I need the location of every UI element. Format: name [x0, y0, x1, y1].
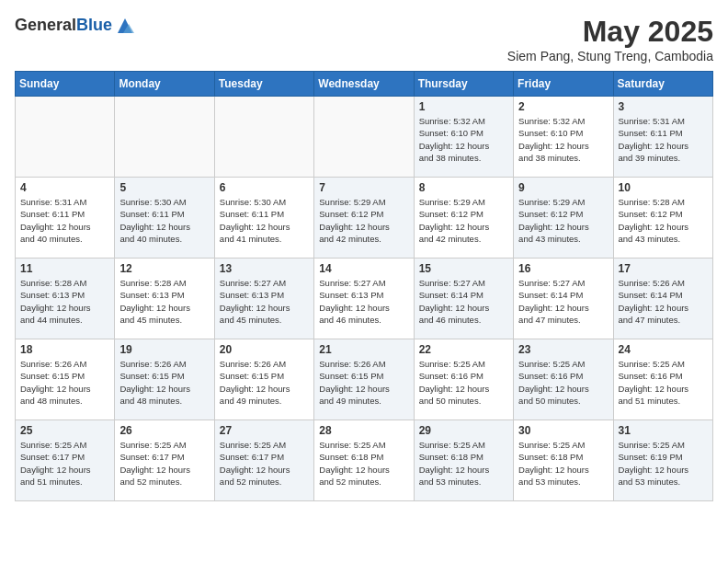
day-number: 29 — [419, 424, 508, 437]
day-info: Sunrise: 5:25 AM Sunset: 6:17 PM Dayligh… — [119, 439, 209, 488]
location-subtitle: Siem Pang, Stung Treng, Cambodia — [507, 49, 713, 63]
calendar-cell: 7Sunrise: 5:29 AM Sunset: 6:12 PM Daylig… — [314, 178, 414, 259]
calendar-cell: 27Sunrise: 5:25 AM Sunset: 6:17 PM Dayli… — [214, 420, 313, 501]
day-info: Sunrise: 5:25 AM Sunset: 6:19 PM Dayligh… — [619, 439, 708, 488]
day-number: 5 — [119, 181, 209, 194]
column-header-sunday: Sunday — [16, 72, 115, 97]
column-header-saturday: Saturday — [613, 72, 712, 97]
day-number: 8 — [419, 181, 508, 194]
day-info: Sunrise: 5:25 AM Sunset: 6:16 PM Dayligh… — [419, 358, 508, 407]
day-number: 11 — [20, 262, 109, 275]
day-info: Sunrise: 5:25 AM Sunset: 6:18 PM Dayligh… — [518, 439, 608, 488]
day-info: Sunrise: 5:29 AM Sunset: 6:12 PM Dayligh… — [319, 196, 408, 245]
calendar-cell: 22Sunrise: 5:25 AM Sunset: 6:16 PM Dayli… — [414, 339, 513, 420]
calendar-cell: 11Sunrise: 5:28 AM Sunset: 6:13 PM Dayli… — [16, 259, 115, 339]
day-number: 31 — [619, 424, 708, 437]
calendar-cell: 16Sunrise: 5:27 AM Sunset: 6:14 PM Dayli… — [514, 259, 613, 339]
calendar-cell: 10Sunrise: 5:28 AM Sunset: 6:12 PM Dayli… — [613, 178, 712, 259]
title-block: May 2025 Siem Pang, Stung Treng, Cambodi… — [507, 15, 713, 63]
day-info: Sunrise: 5:25 AM Sunset: 6:16 PM Dayligh… — [619, 358, 708, 407]
day-info: Sunrise: 5:27 AM Sunset: 6:13 PM Dayligh… — [220, 277, 309, 326]
day-info: Sunrise: 5:31 AM Sunset: 6:11 PM Dayligh… — [619, 115, 708, 164]
day-info: Sunrise: 5:26 AM Sunset: 6:15 PM Dayligh… — [20, 358, 109, 407]
day-number: 14 — [319, 262, 408, 275]
calendar-cell: 4Sunrise: 5:31 AM Sunset: 6:11 PM Daylig… — [16, 178, 115, 259]
calendar-cell: 31Sunrise: 5:25 AM Sunset: 6:19 PM Dayli… — [613, 420, 712, 501]
calendar-cell — [16, 97, 115, 178]
day-info: Sunrise: 5:25 AM Sunset: 6:17 PM Dayligh… — [20, 439, 109, 488]
day-info: Sunrise: 5:32 AM Sunset: 6:10 PM Dayligh… — [419, 115, 508, 164]
day-number: 3 — [619, 100, 708, 113]
day-info: Sunrise: 5:25 AM Sunset: 6:17 PM Dayligh… — [220, 439, 309, 488]
day-info: Sunrise: 5:28 AM Sunset: 6:13 PM Dayligh… — [20, 277, 109, 326]
calendar-cell: 21Sunrise: 5:26 AM Sunset: 6:15 PM Dayli… — [314, 339, 414, 420]
day-number: 22 — [419, 343, 508, 356]
day-number: 10 — [619, 181, 708, 194]
day-number: 13 — [220, 262, 309, 275]
day-number: 26 — [119, 424, 209, 437]
day-number: 18 — [20, 343, 109, 356]
day-number: 2 — [518, 100, 608, 113]
calendar-cell: 23Sunrise: 5:25 AM Sunset: 6:16 PM Dayli… — [514, 339, 613, 420]
week-row-5: 25Sunrise: 5:25 AM Sunset: 6:17 PM Dayli… — [16, 420, 713, 501]
calendar-cell: 20Sunrise: 5:26 AM Sunset: 6:15 PM Dayli… — [214, 339, 313, 420]
day-number: 24 — [619, 343, 708, 356]
calendar-cell: 1Sunrise: 5:32 AM Sunset: 6:10 PM Daylig… — [414, 97, 513, 178]
calendar-cell: 3Sunrise: 5:31 AM Sunset: 6:11 PM Daylig… — [613, 97, 712, 178]
calendar-cell — [214, 97, 313, 178]
calendar-cell: 12Sunrise: 5:28 AM Sunset: 6:13 PM Dayli… — [115, 259, 214, 339]
month-title: May 2025 — [507, 15, 713, 49]
day-info: Sunrise: 5:32 AM Sunset: 6:10 PM Dayligh… — [518, 115, 608, 164]
day-info: Sunrise: 5:30 AM Sunset: 6:11 PM Dayligh… — [220, 196, 309, 245]
calendar-cell: 25Sunrise: 5:25 AM Sunset: 6:17 PM Dayli… — [16, 420, 115, 501]
logo-text: GeneralBlue — [15, 16, 112, 36]
calendar-cell: 13Sunrise: 5:27 AM Sunset: 6:13 PM Dayli… — [214, 259, 313, 339]
day-info: Sunrise: 5:29 AM Sunset: 6:12 PM Dayligh… — [518, 196, 608, 245]
calendar-cell: 6Sunrise: 5:30 AM Sunset: 6:11 PM Daylig… — [214, 178, 313, 259]
day-number: 19 — [119, 343, 209, 356]
day-info: Sunrise: 5:30 AM Sunset: 6:11 PM Dayligh… — [119, 196, 209, 245]
day-number: 30 — [518, 424, 608, 437]
calendar-cell: 29Sunrise: 5:25 AM Sunset: 6:18 PM Dayli… — [414, 420, 513, 501]
calendar-cell — [314, 97, 414, 178]
day-number: 17 — [619, 262, 708, 275]
day-info: Sunrise: 5:27 AM Sunset: 6:14 PM Dayligh… — [419, 277, 508, 326]
day-info: Sunrise: 5:26 AM Sunset: 6:15 PM Dayligh… — [319, 358, 408, 407]
day-info: Sunrise: 5:25 AM Sunset: 6:16 PM Dayligh… — [518, 358, 608, 407]
day-info: Sunrise: 5:28 AM Sunset: 6:12 PM Dayligh… — [619, 196, 708, 245]
day-number: 28 — [319, 424, 408, 437]
week-row-3: 11Sunrise: 5:28 AM Sunset: 6:13 PM Dayli… — [16, 259, 713, 339]
day-info: Sunrise: 5:26 AM Sunset: 6:14 PM Dayligh… — [619, 277, 708, 326]
column-header-thursday: Thursday — [414, 72, 513, 97]
calendar-cell: 18Sunrise: 5:26 AM Sunset: 6:15 PM Dayli… — [16, 339, 115, 420]
day-number: 1 — [419, 100, 508, 113]
day-number: 16 — [518, 262, 608, 275]
calendar-cell: 14Sunrise: 5:27 AM Sunset: 6:13 PM Dayli… — [314, 259, 414, 339]
day-info: Sunrise: 5:28 AM Sunset: 6:13 PM Dayligh… — [119, 277, 209, 326]
day-number: 23 — [518, 343, 608, 356]
day-number: 25 — [20, 424, 109, 437]
calendar-table: SundayMondayTuesdayWednesdayThursdayFrid… — [15, 71, 713, 501]
day-info: Sunrise: 5:27 AM Sunset: 6:13 PM Dayligh… — [319, 277, 408, 326]
day-info: Sunrise: 5:31 AM Sunset: 6:11 PM Dayligh… — [20, 196, 109, 245]
day-info: Sunrise: 5:26 AM Sunset: 6:15 PM Dayligh… — [119, 358, 209, 407]
column-header-monday: Monday — [115, 72, 214, 97]
calendar-cell: 8Sunrise: 5:29 AM Sunset: 6:12 PM Daylig… — [414, 178, 513, 259]
calendar-header-row: SundayMondayTuesdayWednesdayThursdayFrid… — [16, 72, 713, 97]
day-number: 6 — [220, 181, 309, 194]
calendar-cell: 24Sunrise: 5:25 AM Sunset: 6:16 PM Dayli… — [613, 339, 712, 420]
calendar-cell: 9Sunrise: 5:29 AM Sunset: 6:12 PM Daylig… — [514, 178, 613, 259]
column-header-wednesday: Wednesday — [314, 72, 414, 97]
calendar-cell: 2Sunrise: 5:32 AM Sunset: 6:10 PM Daylig… — [514, 97, 613, 178]
day-info: Sunrise: 5:25 AM Sunset: 6:18 PM Dayligh… — [319, 439, 408, 488]
day-number: 21 — [319, 343, 408, 356]
calendar-cell: 5Sunrise: 5:30 AM Sunset: 6:11 PM Daylig… — [115, 178, 214, 259]
day-number: 15 — [419, 262, 508, 275]
week-row-2: 4Sunrise: 5:31 AM Sunset: 6:11 PM Daylig… — [16, 178, 713, 259]
week-row-4: 18Sunrise: 5:26 AM Sunset: 6:15 PM Dayli… — [16, 339, 713, 420]
day-number: 20 — [220, 343, 309, 356]
day-number: 12 — [119, 262, 209, 275]
day-number: 9 — [518, 181, 608, 194]
column-header-tuesday: Tuesday — [214, 72, 313, 97]
logo: GeneralBlue — [15, 15, 136, 37]
